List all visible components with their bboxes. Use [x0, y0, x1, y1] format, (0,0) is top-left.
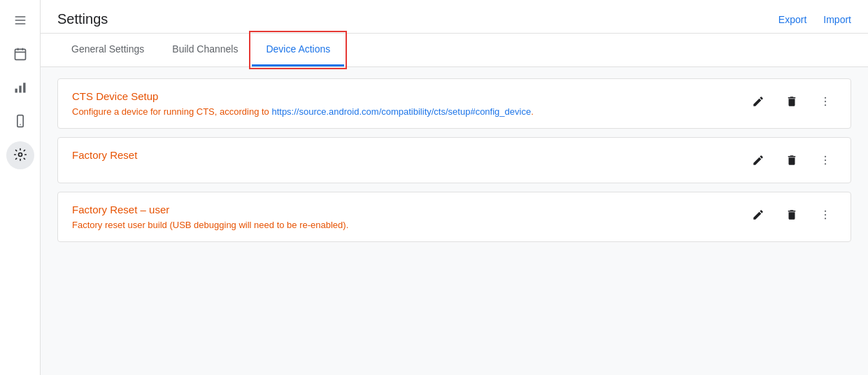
factory-reset-more-button[interactable] [814, 149, 837, 171]
svg-rect-9 [23, 83, 25, 92]
calendar-icon [13, 47, 27, 63]
svg-point-17 [825, 160, 826, 161]
svg-point-12 [18, 153, 22, 156]
action-card-factory-reset-user-title: Factory Reset – user [72, 204, 730, 215]
action-card-cts-content: CTS Device Setup Configure a device for … [72, 90, 730, 117]
header-actions: Export Import [778, 14, 851, 25]
sidebar-item-analytics[interactable] [6, 74, 34, 102]
action-card-cts-title: CTS Device Setup [72, 90, 730, 102]
svg-point-13 [825, 97, 826, 99]
main-content: Settings Export Import General Settings … [41, 0, 868, 375]
cts-more-button[interactable] [814, 90, 837, 113]
factory-reset-user-edit-button[interactable] [747, 204, 769, 226]
cts-edit-button[interactable] [747, 90, 769, 113]
sidebar-item-device[interactable] [6, 108, 34, 136]
svg-point-19 [825, 211, 826, 212]
action-card-cts: CTS Device Setup Configure a device for … [57, 78, 851, 129]
factory-reset-user-delete-button[interactable] [781, 204, 803, 226]
svg-point-20 [825, 214, 826, 215]
action-card-factory-reset-title: Factory Reset [72, 149, 730, 161]
tab-build-channels[interactable]: Build Channels [158, 34, 252, 66]
factory-reset-delete-button[interactable] [781, 149, 803, 171]
svg-point-15 [825, 104, 826, 106]
sidebar [0, 0, 41, 375]
cts-desc-text: Configure a device for running CTS, acco… [72, 106, 271, 117]
action-card-factory-reset-user-desc: Factory reset user build (USB debugging … [72, 220, 730, 230]
sidebar-item-tasks[interactable] [6, 7, 34, 35]
svg-point-14 [825, 101, 826, 102]
svg-rect-2 [15, 23, 25, 24]
svg-point-11 [20, 124, 21, 125]
action-card-factory-reset: Factory Reset [57, 137, 851, 183]
tasks-icon [13, 13, 27, 29]
settings-icon [13, 148, 27, 164]
phone-icon [13, 114, 27, 130]
action-card-factory-reset-actions [730, 149, 837, 171]
svg-rect-0 [15, 16, 25, 17]
svg-rect-8 [19, 85, 21, 92]
factory-reset-user-more-button[interactable] [814, 204, 837, 226]
import-button[interactable]: Import [823, 14, 851, 25]
export-button[interactable]: Export [778, 14, 806, 25]
svg-point-18 [825, 163, 826, 164]
action-card-cts-desc: Configure a device for running CTS, acco… [72, 106, 730, 117]
cts-delete-button[interactable] [781, 90, 803, 113]
action-card-factory-reset-content: Factory Reset [72, 149, 730, 165]
svg-rect-7 [15, 88, 17, 92]
page-title: Settings [57, 11, 108, 27]
content-area: CTS Device Setup Configure a device for … [41, 67, 868, 375]
svg-point-21 [825, 218, 826, 219]
sidebar-item-settings[interactable] [6, 141, 34, 169]
action-card-cts-actions [730, 90, 837, 113]
tab-device-actions[interactable]: Device Actions [252, 34, 344, 66]
svg-rect-3 [15, 49, 25, 59]
factory-reset-edit-button[interactable] [747, 149, 769, 171]
action-card-factory-reset-user-actions [730, 204, 837, 226]
page-header: Settings Export Import [41, 0, 868, 34]
action-card-factory-reset-user-content: Factory Reset – user Factory reset user … [72, 204, 730, 230]
cts-desc-link[interactable]: https://source.android.com/compatibility… [271, 106, 531, 117]
cts-desc-after: . [531, 106, 534, 117]
svg-point-16 [825, 156, 826, 157]
tab-general-settings[interactable]: General Settings [57, 34, 158, 66]
svg-rect-1 [15, 20, 25, 21]
tabs-bar: General Settings Build Channels Device A… [41, 34, 868, 67]
chart-icon [13, 80, 27, 97]
action-card-factory-reset-user: Factory Reset – user Factory reset user … [57, 192, 851, 242]
sidebar-item-calendar[interactable] [6, 41, 34, 69]
